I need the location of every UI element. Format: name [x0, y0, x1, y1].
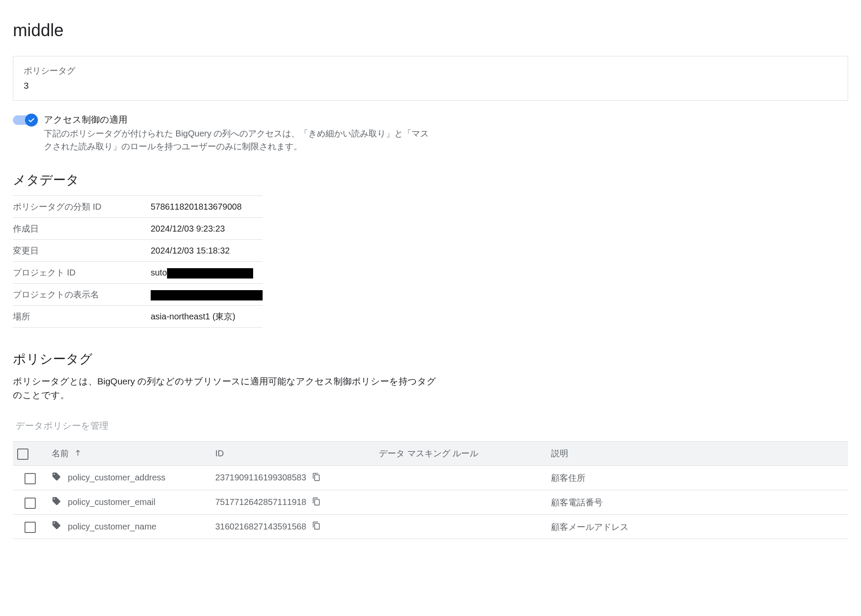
policy-tag-id: 7517712642857111918	[215, 497, 306, 507]
policy-tag-description: 顧客電話番号	[547, 490, 848, 514]
metadata-value: 5786118201813679008	[151, 196, 263, 218]
table-row: policy_customer_email 751771264285711191…	[13, 490, 848, 514]
metadata-value	[151, 284, 263, 306]
metadata-table: ポリシータグの分類 ID 5786118201813679008 作成日 202…	[13, 195, 263, 328]
metadata-label: 場所	[13, 306, 151, 328]
manage-data-policy-link[interactable]: データポリシーを管理	[13, 415, 111, 437]
policy-tags-description: ポリシータグとは、BigQuery の列などのサブリソースに適用可能なアクセス制…	[13, 375, 443, 402]
policy-tag-name[interactable]: policy_customer_name	[68, 522, 157, 531]
policy-tags-section-title: ポリシータグ	[13, 349, 848, 368]
column-header-name[interactable]: 名前	[47, 441, 211, 466]
metadata-row: プロジェクト ID suto	[13, 262, 263, 284]
access-control-toggle[interactable]	[13, 114, 37, 123]
check-icon	[25, 114, 38, 127]
page-title: middle	[13, 17, 848, 43]
access-control-title: アクセス制御の適用	[44, 113, 431, 127]
row-checkbox[interactable]	[25, 522, 36, 533]
metadata-row: 作成日 2024/12/03 9:23:23	[13, 218, 263, 240]
metadata-label: プロジェクト ID	[13, 262, 151, 284]
metadata-row: ポリシータグの分類 ID 5786118201813679008	[13, 196, 263, 218]
metadata-section-title: メタデータ	[13, 170, 848, 189]
policy-tag-name[interactable]: policy_customer_email	[68, 497, 155, 507]
policy-tag-description: 顧客住所	[547, 466, 848, 490]
row-checkbox[interactable]	[25, 473, 36, 484]
metadata-label: 作成日	[13, 218, 151, 240]
copy-icon[interactable]	[312, 498, 321, 508]
metadata-label: ポリシータグの分類 ID	[13, 196, 151, 218]
tag-icon	[52, 522, 64, 532]
table-row: policy_customer_name 3160216827143591568…	[13, 514, 848, 539]
policy-tag-id: 3160216827143591568	[215, 522, 306, 531]
column-header-id[interactable]: ID	[211, 441, 375, 466]
policy-tag-masking-rule	[375, 514, 547, 539]
metadata-value: asia-northeast1 (東京)	[151, 306, 263, 328]
metadata-row: 場所 asia-northeast1 (東京)	[13, 306, 263, 328]
metadata-row: プロジェクトの表示名	[13, 284, 263, 306]
redacted-icon	[151, 290, 263, 300]
policy-tag-description: 顧客メールアドレス	[547, 514, 848, 539]
metadata-value: 2024/12/03 9:23:23	[151, 218, 263, 240]
sort-asc-arrow-icon	[74, 449, 82, 458]
policy-tag-summary-count: 3	[24, 79, 837, 93]
redacted-icon	[167, 268, 253, 279]
policy-tag-name[interactable]: policy_customer_address	[68, 473, 166, 482]
metadata-row: 変更日 2024/12/03 15:18:32	[13, 240, 263, 262]
tag-icon	[52, 498, 64, 508]
policy-tag-id: 2371909116199308583	[215, 473, 306, 482]
metadata-label: プロジェクトの表示名	[13, 284, 151, 306]
policy-tag-masking-rule	[375, 490, 547, 514]
metadata-value: 2024/12/03 15:18:32	[151, 240, 263, 262]
column-header-masking-rule[interactable]: データ マスキング ルール	[375, 441, 547, 466]
metadata-value: suto	[151, 262, 263, 284]
policy-tag-masking-rule	[375, 466, 547, 490]
access-control-description: 下記のポリシータグが付けられた BigQuery の列へのアクセスは、「きめ細か…	[44, 127, 431, 153]
column-header-description[interactable]: 説明	[547, 441, 848, 466]
policy-tags-table: 名前 ID データ マスキング ルール 説明 policy_customer_a…	[13, 441, 848, 539]
tag-icon	[52, 474, 64, 483]
select-all-checkbox[interactable]	[17, 449, 28, 460]
row-checkbox[interactable]	[25, 498, 36, 509]
copy-icon[interactable]	[312, 522, 321, 532]
copy-icon[interactable]	[312, 474, 321, 483]
policy-tag-summary-label: ポリシータグ	[24, 64, 837, 77]
metadata-label: 変更日	[13, 240, 151, 262]
table-row: policy_customer_address 2371909116199308…	[13, 466, 848, 490]
policy-tag-summary-card: ポリシータグ 3	[13, 56, 848, 101]
